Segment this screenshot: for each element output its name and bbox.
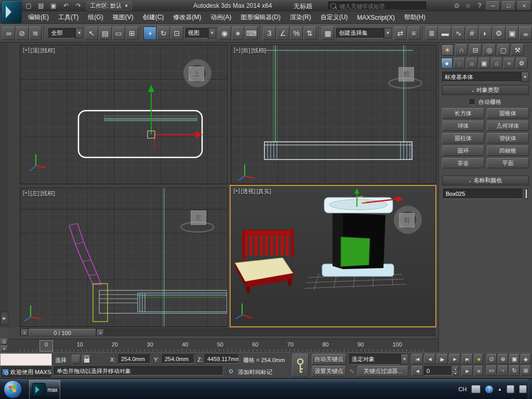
keyboard-override-button[interactable]: ⌨ — [245, 26, 258, 40]
redo-icon[interactable]: ↷ — [74, 2, 83, 10]
isolate-selection-toggle[interactable]: ◌ — [72, 355, 81, 364]
go-to-start-button[interactable]: |◀ — [411, 354, 423, 364]
previous-key-button[interactable]: ◀ — [411, 366, 423, 376]
viewport-menu-plus[interactable]: [+] — [23, 47, 30, 55]
select-and-link-button[interactable]: ∞ — [2, 26, 15, 40]
angle-snap-button[interactable]: ∠ — [276, 26, 289, 40]
align-button[interactable]: ≡ — [407, 26, 420, 40]
tab-hierarchy[interactable]: ⊟ — [469, 44, 482, 56]
mini-track-icon[interactable]: ≡ — [1, 345, 8, 352]
go-to-end-button[interactable]: ▶| — [461, 354, 473, 364]
plane-button[interactable]: 平面 — [487, 158, 529, 168]
tube-button[interactable]: 管状体 — [487, 133, 529, 143]
torus-button[interactable]: 圆环 — [442, 145, 484, 156]
rendered-frame-window-button[interactable]: ▣ — [506, 26, 519, 40]
cone-button[interactable]: 圆锥体 — [487, 108, 529, 118]
viewport-top[interactable]: [+] [顶] [线框] — [20, 45, 228, 184]
open-file-icon[interactable]: ▤ — [36, 2, 46, 10]
next-key-button[interactable]: ▶ — [461, 366, 473, 376]
category-helpers[interactable]: ⌂ — [491, 58, 502, 69]
next-frame-arrow[interactable]: > — [97, 329, 104, 336]
unlink-selection-button[interactable]: ⊘ — [16, 26, 29, 40]
category-space-warps[interactable]: ≈ — [503, 58, 515, 69]
save-file-icon[interactable]: ▣ — [49, 2, 58, 10]
mirror-button[interactable]: ⇄ — [394, 26, 407, 40]
reference-coordinate-dropdown[interactable]: 视图 ▼ — [185, 28, 216, 38]
category-geometry[interactable]: ● — [441, 58, 453, 69]
viewport-name-label[interactable]: [左] — [31, 190, 39, 197]
washstand-object[interactable] — [322, 197, 394, 276]
current-frame-field[interactable]: 0 — [424, 366, 452, 376]
viewcube[interactable]: 左 — [191, 210, 206, 225]
select-by-name-button[interactable]: ▤ — [99, 26, 112, 40]
chevron-down-icon[interactable]: ▼ — [208, 28, 216, 38]
menu-rendering[interactable]: 渲染(R) — [290, 13, 311, 22]
viewport-shading-label[interactable]: [线框] — [41, 47, 55, 55]
help-tray-icon[interactable]: ? — [485, 385, 493, 393]
render-setup-button[interactable]: ⚙ — [493, 26, 506, 40]
chevron-down-icon[interactable]: ▼ — [401, 354, 408, 365]
search-box[interactable] — [328, 2, 426, 10]
workspace-dropdown[interactable]: 工作区: 默认 ▼ — [86, 1, 132, 10]
previous-frame-arrow[interactable]: < — [21, 329, 28, 336]
key-mode-toggle[interactable]: ◆ — [474, 354, 483, 364]
selection-region-button[interactable]: ▭ — [112, 26, 125, 40]
viewport-name-label[interactable]: [透视] — [241, 188, 256, 195]
menu-modifiers[interactable]: 修改器(M) — [173, 13, 201, 22]
time-config-button[interactable]: ⊞ — [474, 366, 483, 376]
object-name-input[interactable] — [443, 189, 522, 199]
layer-manager-button[interactable]: ≣ — [425, 26, 438, 40]
undo-icon[interactable]: ↶ — [61, 2, 71, 10]
track-bar[interactable]: 0 10 20 30 40 50 60 70 80 90 100 — [8, 339, 438, 353]
cylinder-button[interactable]: 圆柱体 — [442, 133, 484, 143]
selection-lock-toggle[interactable] — [82, 355, 91, 364]
viewport-menu-plus[interactable]: [+] — [234, 47, 241, 55]
category-lights[interactable]: ☼ — [466, 58, 477, 69]
zoom-all-button[interactable]: ⊕ — [498, 354, 508, 364]
tab-display[interactable]: ▢ — [497, 44, 510, 56]
named-selection-sets-dropdown[interactable]: 创建选择集 ▼ — [336, 28, 392, 38]
set-key-big-button[interactable] — [292, 354, 309, 377]
object-color-swatch[interactable] — [525, 189, 528, 199]
ribbon-toggle-button[interactable]: ▬ — [438, 26, 451, 40]
percent-snap-button[interactable]: % — [290, 26, 303, 40]
viewport-left[interactable]: [+] [左] [线框] — [20, 188, 228, 327]
chevron-down-icon[interactable]: ▼ — [75, 28, 83, 38]
volume-icon[interactable] — [519, 385, 527, 393]
zoom-extents-all-button[interactable]: ◈ — [521, 354, 531, 364]
select-and-scale-button[interactable]: ⊡ — [170, 26, 183, 40]
help-icon[interactable]: ? — [475, 2, 484, 10]
maxscript-mini-listener[interactable]: 欢迎使用 MAXSc — [0, 366, 52, 378]
select-and-manipulate-button[interactable]: ∗ — [232, 26, 245, 40]
time-tag-icon[interactable] — [227, 367, 228, 375]
viewport-front[interactable]: [+] [前] [线框] — [231, 45, 436, 184]
show-desktop-button[interactable] — [528, 379, 532, 399]
rollout-object-type[interactable]: - 对象类型 — [442, 85, 529, 95]
next-frame-button[interactable]: ▶ — [449, 354, 460, 364]
chevron-down-icon[interactable]: ▼ — [521, 72, 529, 82]
viewcube[interactable]: 上 — [189, 66, 204, 81]
x-coordinate-field[interactable]: 254.0mm — [118, 354, 151, 364]
viewport-layout-icon[interactable]: ⊞ — [1, 339, 8, 345]
zoom-button[interactable]: ⊙ — [486, 354, 497, 364]
menu-graph-editors[interactable]: 图形编辑器(D) — [241, 13, 281, 22]
menu-animation[interactable]: 动画(A) — [210, 13, 231, 22]
time-slider-handle[interactable]: 0 / 100 — [29, 329, 96, 337]
rollout-name-color[interactable]: - 名称和颜色 — [442, 176, 529, 185]
edit-selection-sets-button[interactable]: ▦ — [322, 26, 335, 40]
schematic-view-button[interactable]: # — [466, 26, 478, 40]
menu-edit[interactable]: 编辑(E) — [28, 13, 49, 22]
selection-set-filter-dropdown[interactable]: 选定对象 ▼ — [349, 354, 408, 365]
geosphere-button[interactable]: 几何球体 — [487, 121, 529, 131]
show-hidden-icons-chevron[interactable]: ▲ — [498, 387, 502, 392]
expand-panel-arrow-icon[interactable]: ▶ — [1, 312, 8, 324]
viewport-name-label[interactable]: [前] — [242, 47, 250, 55]
viewport-shading-label[interactable]: [线框] — [251, 47, 266, 55]
curved-spline-object[interactable] — [69, 223, 101, 285]
field-of-view-button[interactable]: ▭ — [486, 365, 497, 376]
search-input[interactable] — [338, 3, 424, 10]
tab-modify[interactable]: ∩ — [455, 44, 468, 56]
category-shapes[interactable]: ◌ — [454, 58, 465, 69]
spinner-down-icon[interactable]: ▾ — [453, 371, 458, 376]
set-key-mode-button[interactable]: 设置关键点 — [312, 366, 346, 377]
